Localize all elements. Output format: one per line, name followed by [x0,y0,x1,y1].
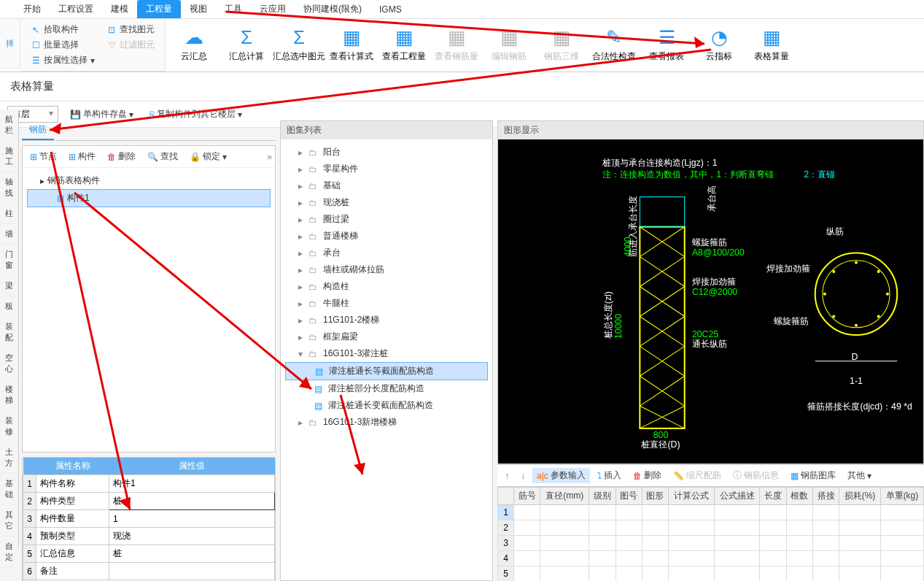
find-btn[interactable]: 🔍查找 [143,149,182,164]
grid-cell[interactable] [714,520,760,536]
prop-value[interactable]: 构件1 [109,475,275,493]
grid-cell[interactable] [642,505,668,520]
prop-value[interactable]: 1 [109,510,275,528]
copy-to-floor[interactable]: ⎘复制构件到其它楼层 ▾ [145,107,246,122]
filter-element[interactable]: ▽过滤图元 [104,37,158,53]
grid-cell[interactable] [540,566,589,582]
delete-btn[interactable]: 🗑删除 [103,149,140,164]
grid-cell[interactable] [589,551,616,566]
cat-板[interactable]: 板 [0,296,18,317]
grid-nav-down[interactable]: ↓ [516,469,529,482]
find-element[interactable]: ⊡查找图元 [104,22,158,37]
scale-rebar[interactable]: 📏缩尺配筋 [669,468,726,483]
grid-cell[interactable] [839,566,881,582]
grid-cell[interactable] [540,505,589,520]
cat-轴线[interactable]: 轴线 [0,172,18,204]
grid-cell[interactable] [669,505,715,520]
tab-rebar[interactable]: 钢筋 [22,120,54,140]
grid-cell[interactable] [839,551,881,566]
cat-施工[interactable]: 施工 [0,141,18,172]
rebar-lib[interactable]: ▦钢筋图库 [786,468,840,483]
more-btn[interactable]: » [267,152,272,162]
cat-门窗[interactable]: 门窗 [0,245,18,276]
grid-cell[interactable] [642,551,668,566]
tab-igms[interactable]: IGMS [370,1,411,18]
rebar-table[interactable]: 筋号直径(mm)级别图号图形计算公式公式描述长度根数搭接损耗(%)单重(kg) … [497,487,924,581]
grid-cell[interactable] [760,536,786,551]
ribbon-合法性检查[interactable]: ✎合法性检查 [593,22,635,66]
atlas-item-灌注桩部分长度配筋构造[interactable]: ▤灌注桩部分长度配筋构造 [285,380,488,397]
grid-cell[interactable] [880,505,923,520]
diagram-view[interactable]: 桩顶与承台连接构造(Ljgz)：1 注：连接构造为数值，其中，1：判断直弯锚 2… [498,139,923,463]
grid-cell[interactable] [642,536,668,551]
atlas-item-灌注桩通长变截面配筋构造[interactable]: ▤灌注桩通长变截面配筋构造 [285,397,488,414]
grid-cell[interactable] [669,536,715,551]
tab-tools[interactable]: 工具 [216,0,251,18]
grid-cell[interactable] [514,551,540,566]
grid-cell[interactable] [760,505,786,520]
grid-cell[interactable] [514,566,540,582]
other-btn[interactable]: 其他 ▾ [843,468,876,483]
grid-cell[interactable] [812,566,839,582]
grid-cell[interactable] [760,520,786,536]
grid-cell[interactable] [589,520,616,536]
component-btn[interactable]: ⊞构件 [64,149,100,164]
atlas-16G101-3灌注桩[interactable]: ▾🗀16G101-3灌注桩 [285,345,488,362]
rebar-info[interactable]: ⓘ钢筋信息 [729,468,783,483]
atlas-阳台[interactable]: ▸🗀阳台 [285,144,488,161]
grid-cell[interactable] [616,566,642,582]
cat-装配[interactable]: 装配 [0,317,18,348]
grid-cell[interactable] [669,520,715,536]
atlas-牛腿柱[interactable]: ▸🗀牛腿柱 [285,295,488,312]
ribbon-查看工程量[interactable]: ▦查看工程量 [383,22,425,66]
grid-cell[interactable] [714,536,760,551]
cat-其它[interactable]: 其它 [0,505,18,536]
grid-cell[interactable] [714,505,760,520]
tab-modeling[interactable]: 建模 [102,0,137,18]
grid-cell[interactable] [514,536,540,551]
grid-cell[interactable] [786,536,812,551]
cat-土方[interactable]: 土方 [0,442,18,474]
param-input[interactable]: a|c参数输入 [532,468,590,483]
cat-基础[interactable]: 基础 [0,474,18,505]
atlas-11G101-2楼梯[interactable]: ▸🗀11G101-2楼梯 [285,312,488,328]
grid-cell[interactable] [812,551,839,566]
prop-value[interactable]: 现浇 [109,528,275,545]
grid-cell[interactable] [812,520,839,536]
ribbon-云指标[interactable]: ◔云指标 [698,22,740,66]
atlas-圈过梁[interactable]: ▸🗀圈过梁 [285,211,488,228]
atlas-承台[interactable]: ▸🗀承台 [285,245,488,261]
grid-cell[interactable] [839,520,881,536]
grid-cell[interactable] [760,551,786,566]
ribbon-表格算量[interactable]: ▦表格算量 [750,22,793,66]
grid-cell[interactable] [642,566,668,582]
atlas-普通楼梯[interactable]: ▸🗀普通楼梯 [285,228,488,245]
atlas-现浇桩[interactable]: ▸🗀现浇桩 [285,194,488,211]
ribbon-查看报表[interactable]: ☰查看报表 [645,22,688,66]
grid-cell[interactable] [669,566,715,582]
grid-cell[interactable] [880,566,923,582]
grid-cell[interactable] [839,536,881,551]
grid-nav-up[interactable]: ↑ [500,469,513,482]
lock-btn[interactable]: 🔒锁定 ▾ [185,149,231,164]
grid-cell[interactable] [786,505,812,520]
grid-cell[interactable] [540,551,589,566]
single-save[interactable]: 💾单构件存盘 ▾ [66,107,138,122]
cat-楼梯[interactable]: 楼梯 [0,380,18,411]
grid-cell[interactable] [540,536,589,551]
grid-cell[interactable] [669,551,715,566]
grid-cell[interactable] [589,566,616,582]
cat-装修[interactable]: 装修 [0,411,18,442]
grid-cell[interactable] [714,566,760,582]
grid-cell[interactable] [760,566,786,582]
atlas-零星构件[interactable]: ▸🗀零星构件 [285,161,488,177]
grid-cell[interactable] [786,566,812,582]
tab-view[interactable]: 视图 [181,0,216,18]
prop-value[interactable]: 桩 [109,545,275,563]
pick-component[interactable]: ↖拾取构件 [28,22,98,37]
cat-梁[interactable]: 梁 [0,276,18,296]
grid-cell[interactable] [880,520,923,536]
grid-cell[interactable] [812,505,839,520]
tab-collab[interactable]: 协同建模(限免) [295,0,370,18]
prop-value[interactable] [109,563,275,580]
